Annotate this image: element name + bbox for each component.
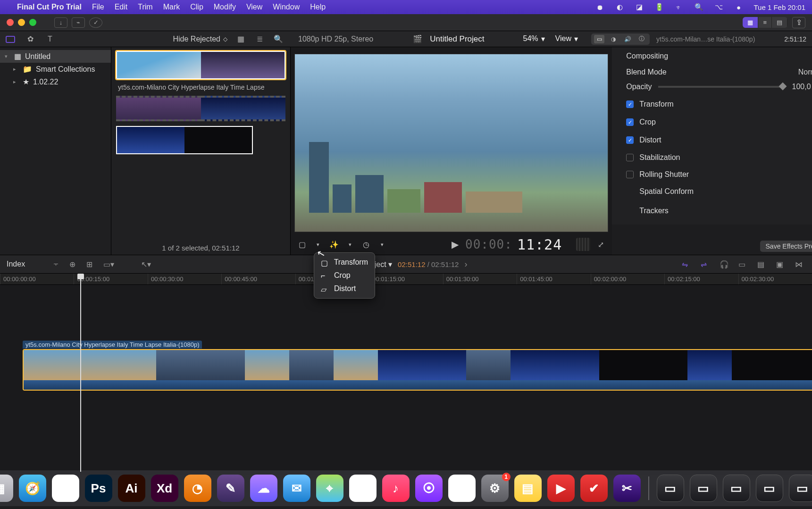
blend-mode-dropdown[interactable]: Normal ◇ [798, 68, 812, 76]
dock-notes[interactable]: ▤ [514, 475, 542, 502]
menu-mark[interactable]: Mark [163, 3, 180, 11]
dock-settings[interactable]: ⚙ [481, 475, 509, 502]
ctx-distort[interactable]: ▱Distort [316, 282, 373, 295]
screen-record-icon[interactable]: ⏺ [595, 2, 604, 12]
timeline-ruler[interactable]: 00:00:00:00 00:00:15:00 00:00:30:00 00:0… [0, 274, 812, 285]
retime-icon[interactable]: ◷ [360, 239, 372, 250]
clip-appearance-icon[interactable]: ▦ [235, 33, 246, 45]
spatial-conform-section[interactable]: Spatial Conform [639, 187, 694, 196]
enhance-icon[interactable]: ✨ [328, 239, 340, 250]
insert-clip-icon[interactable]: ⊕ [69, 260, 80, 268]
wifi-icon[interactable]: ᯤ [674, 2, 684, 12]
viewer-canvas[interactable] [294, 54, 608, 232]
audio-skimming-icon[interactable]: ⇌ [701, 260, 711, 268]
menu-clip[interactable]: Clip [190, 3, 203, 11]
zoom-dropdown[interactable]: 54% ▾ [523, 34, 545, 43]
info-inspector-tab[interactable]: ⓘ [636, 35, 647, 43]
crop-checkbox[interactable]: ✓ [626, 118, 634, 126]
cc-status-icon[interactable]: ◐ [615, 2, 624, 12]
list-view-icon[interactable]: ≣ [254, 33, 265, 45]
append-clip-icon[interactable]: ⊞ [86, 260, 97, 268]
retime-dropdown[interactable]: ▾ [377, 239, 388, 250]
battery-icon[interactable]: 🔋 [654, 2, 664, 12]
crop-section[interactable]: Crop [639, 118, 656, 126]
browser-clip-2[interactable] [116, 126, 253, 154]
dock-todoist[interactable]: ✔ [580, 475, 608, 502]
distort-section[interactable]: Distort [639, 136, 661, 144]
timeline-next[interactable]: › [464, 259, 467, 269]
effects-icon[interactable]: ▣ [776, 260, 787, 268]
layout-browser[interactable]: ▦ [743, 17, 758, 28]
window-close[interactable] [7, 19, 14, 26]
search-icon[interactable]: 🔍 [273, 33, 284, 45]
menu-edit[interactable]: Edit [115, 3, 128, 11]
dock-mail[interactable]: ✉ [283, 475, 310, 502]
dock-blender[interactable]: ◔ [184, 475, 211, 502]
notion-status-icon[interactable]: ◪ [635, 2, 644, 12]
library-icon[interactable] [5, 33, 16, 45]
browser-clip-1b[interactable] [116, 96, 285, 121]
menu-trim[interactable]: Trim [138, 3, 152, 11]
solo-icon[interactable]: 🎧 [720, 260, 730, 268]
timeline-clip-audio[interactable] [24, 380, 812, 391]
timecode[interactable]: 11:24 [517, 236, 562, 253]
menubar-datetime[interactable]: Tue 1 Feb 20:01 [753, 3, 805, 11]
user-icon[interactable]: ● [734, 2, 743, 12]
app-menu[interactable]: Final Cut Pro Trial [17, 3, 82, 11]
ctx-crop[interactable]: ⌐Crop [316, 269, 373, 282]
menu-help[interactable]: Help [310, 3, 326, 11]
view-dropdown[interactable]: View ▾ [555, 34, 578, 43]
menu-window[interactable]: Window [273, 3, 300, 11]
sidebar-item-untitled[interactable]: ▾▦ Untitled [0, 50, 111, 63]
skimming-icon[interactable]: ⇋ [682, 260, 692, 268]
play-button[interactable]: ▶ [449, 239, 460, 250]
dock-window-1[interactable]: ▭ [690, 475, 717, 502]
menu-file[interactable]: File [92, 3, 104, 11]
render-button[interactable]: ✓ [89, 17, 102, 28]
transform-checkbox[interactable]: ✓ [626, 100, 634, 108]
transform-tool-icon[interactable]: ▢ [296, 239, 308, 250]
timeline-clip[interactable] [23, 349, 812, 391]
trackers-section[interactable]: Trackers [639, 207, 669, 215]
distort-checkbox[interactable]: ✓ [626, 136, 634, 144]
menu-view[interactable]: View [246, 3, 262, 11]
menu-modify[interactable]: Modify [214, 3, 236, 11]
dock-chrome[interactable]: ◉ [52, 475, 79, 502]
filter-dropdown[interactable]: Hide Rejected ◇ [173, 35, 228, 43]
dock-numbers[interactable]: ▥ [448, 475, 476, 502]
dock-illustrator[interactable]: Ai [118, 475, 145, 502]
transitions-icon[interactable]: ⋈ [795, 260, 805, 268]
dock-photos[interactable]: ✿ [349, 475, 377, 502]
opacity-value[interactable]: 100,0 % [792, 83, 812, 91]
layout-timeline[interactable]: ≡ [758, 17, 772, 28]
dock-window-2[interactable]: ▭ [723, 475, 750, 502]
sidebar-item-smart[interactable]: ▸📁 Smart Collections [0, 63, 111, 75]
spotlight-icon[interactable]: 🔍 [694, 2, 703, 12]
stabilization-checkbox[interactable] [626, 154, 634, 161]
playhead[interactable] [80, 274, 81, 472]
enhance-dropdown[interactable]: ▾ [344, 239, 356, 250]
dock-anydesk[interactable]: ▶ [547, 475, 575, 502]
control-center-icon[interactable]: ⌥ [714, 2, 723, 12]
dock-window-4[interactable]: ▭ [789, 475, 812, 502]
window-zoom[interactable] [29, 19, 36, 26]
dock-launchpad[interactable]: ▦ [0, 475, 13, 502]
project-title[interactable]: Untitled Project [430, 34, 484, 44]
inspector-tabs[interactable]: ▭ ◑ 🔊 ⓘ [591, 33, 650, 45]
transform-section[interactable]: Transform [639, 100, 673, 108]
dock-maps[interactable]: ⌖ [316, 475, 343, 502]
stabilization-section[interactable]: Stabilization [639, 153, 680, 162]
save-effects-preset-button[interactable]: Save Effects Preset [760, 241, 812, 252]
sidebar-item-event[interactable]: ▸★ 1.02.22 [0, 75, 111, 88]
overwrite-clip-icon[interactable]: ▭▾ [103, 260, 114, 268]
window-minimize[interactable] [18, 19, 25, 26]
layout-inspector[interactable]: ▤ [772, 17, 787, 28]
dock-window-0[interactable]: ▭ [657, 475, 684, 502]
audio-inspector-tab[interactable]: 🔊 [622, 35, 633, 43]
timeline[interactable]: 00:00:00:00 00:00:15:00 00:00:30:00 00:0… [0, 274, 812, 472]
dock-podcasts[interactable]: ⦿ [415, 475, 443, 502]
rolling-shutter-checkbox[interactable] [626, 171, 634, 178]
timeline-project-dropdown[interactable]: ject ▾ [375, 260, 392, 269]
connect-clip-icon[interactable]: ⫟ [52, 260, 63, 268]
tools-dropdown[interactable]: ↖▾ [141, 260, 151, 268]
